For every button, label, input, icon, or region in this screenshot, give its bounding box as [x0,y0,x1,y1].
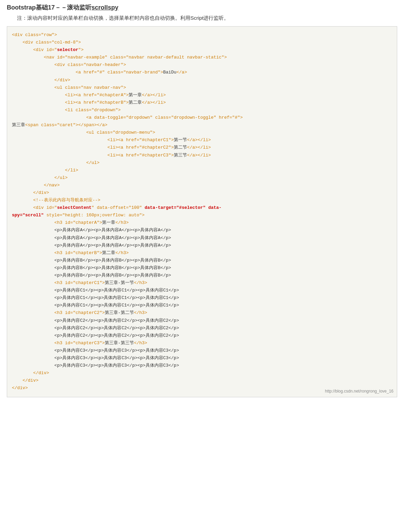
page-title: Bootstrap基础17－－滚动监听scrollspy [7,3,397,12]
note: 注：滚动内容时对应的菜单栏自动切换，选择菜单栏时内容也自动切换。利用Script… [17,15,397,21]
code-block: <div class="row"> <div class="col-md-8">… [7,26,397,397]
